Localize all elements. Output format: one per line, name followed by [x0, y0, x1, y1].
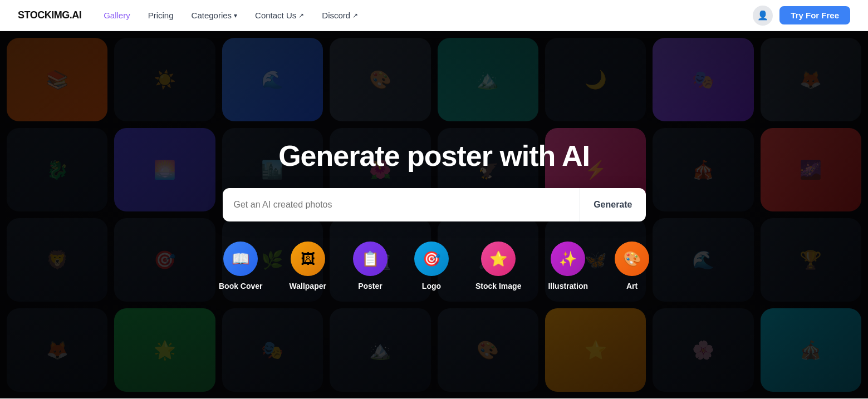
category-item-wallpaper[interactable]: 🖼Wallpaper	[290, 242, 326, 290]
search-input[interactable]	[223, 200, 580, 210]
category-label-logo: Logo	[422, 282, 441, 290]
category-icon-stock-image: ⭐	[481, 242, 516, 276]
category-label-book-cover: Book Cover	[219, 282, 263, 290]
search-bar: Generate	[223, 188, 646, 221]
category-item-stock-image[interactable]: ⭐Stock Image	[475, 242, 521, 290]
hero-section: 📚☀️🌊🎨🏔️🌙🎭🦊🐉🌅🏙️🌺🦅⚡🎪🌌🦁🎯🌿🏛️🎵🦋🌊🏆🦊🌟🎭🏔️🎨⭐🌸🎪 Ge…	[0, 31, 868, 398]
try-free-button[interactable]: Try For Free	[779, 6, 850, 24]
nav-link-discord[interactable]: Discord ↗	[322, 11, 358, 20]
hero-content: Generate poster with AI Generate 📖Book C…	[0, 139, 868, 290]
category-icon-logo: 🎯	[414, 242, 449, 276]
nav-right: 👤 Try For Free	[753, 6, 850, 26]
nav-link-pricing[interactable]: Pricing	[148, 11, 174, 20]
chevron-down-icon: ▾	[234, 12, 237, 19]
category-item-logo[interactable]: 🎯Logo	[414, 242, 449, 290]
category-label-poster: Poster	[358, 282, 382, 290]
category-label-art: Art	[626, 282, 637, 290]
navbar: STOCKIMG.AI Gallery Pricing Categories ▾…	[0, 0, 868, 31]
hero-title: Generate poster with AI	[278, 139, 590, 173]
category-label-illustration: Illustration	[548, 282, 588, 290]
category-item-art[interactable]: 🎨Art	[615, 242, 649, 290]
category-item-poster[interactable]: 📋Poster	[353, 242, 388, 290]
category-icon-illustration: ✨	[551, 242, 585, 276]
category-item-book-cover[interactable]: 📖Book Cover	[219, 242, 263, 290]
category-icon-wallpaper: 🖼	[291, 242, 325, 276]
nav-link-categories[interactable]: Categories ▾	[192, 11, 238, 20]
category-label-stock-image: Stock Image	[475, 282, 521, 290]
category-label-wallpaper: Wallpaper	[290, 282, 326, 290]
external-link-icon: ↗	[298, 12, 304, 19]
user-icon: 👤	[757, 10, 768, 21]
external-link-icon-2: ↗	[352, 12, 358, 19]
user-avatar-button[interactable]: 👤	[753, 6, 773, 26]
generate-button[interactable]: Generate	[580, 188, 645, 221]
site-logo[interactable]: STOCKIMG.AI	[18, 9, 81, 21]
categories-row: 📖Book Cover🖼Wallpaper📋Poster🎯Logo⭐Stock …	[219, 242, 649, 290]
category-icon-art: 🎨	[615, 242, 649, 276]
nav-links: Gallery Pricing Categories ▾ Contact Us …	[104, 11, 753, 20]
nav-link-gallery[interactable]: Gallery	[104, 11, 130, 20]
category-icon-poster: 📋	[353, 242, 388, 276]
nav-link-contact[interactable]: Contact Us ↗	[255, 11, 304, 20]
category-item-illustration[interactable]: ✨Illustration	[548, 242, 588, 290]
category-icon-book-cover: 📖	[223, 242, 258, 276]
